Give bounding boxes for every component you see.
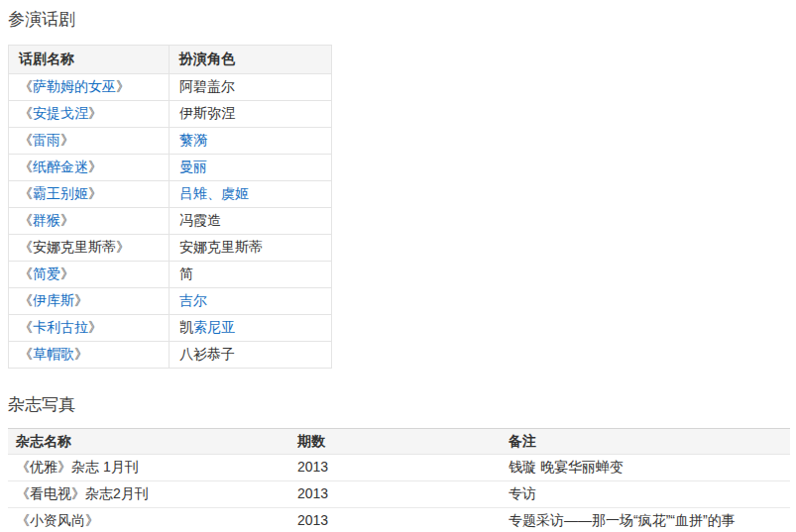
drama-title-link[interactable]: 伊库斯 bbox=[33, 292, 74, 308]
issue-cell: 2013 bbox=[289, 481, 501, 508]
role-cell: 曼丽 bbox=[170, 155, 332, 181]
book-title-mark-close: 》 bbox=[60, 212, 74, 228]
drama-title-link[interactable]: 纸醉金迷 bbox=[33, 159, 88, 174]
role-text: 阿碧盖尔 bbox=[179, 78, 235, 94]
book-title-mark-close: 》 bbox=[88, 319, 102, 335]
drama-name-cell: 《草帽歌》 bbox=[9, 342, 170, 369]
drama-title-link[interactable]: 霸王别姬 bbox=[33, 185, 88, 201]
drama-name-cell: 《简爱》 bbox=[9, 262, 170, 288]
book-title-mark-open: 《 bbox=[19, 292, 33, 308]
drama-title-link[interactable]: 安提戈涅 bbox=[33, 105, 88, 121]
column-header-role: 扮演角色 bbox=[170, 46, 332, 74]
drama-name-cell: 《卡利古拉》 bbox=[9, 315, 170, 342]
role-cell: 凯索尼亚 bbox=[170, 315, 332, 342]
table-row: 《卡利古拉》凯索尼亚 bbox=[9, 315, 332, 342]
role-text: 简 bbox=[179, 266, 193, 281]
role-text: 安娜克里斯蒂 bbox=[179, 239, 263, 255]
drama-name-cell: 《安娜克里斯蒂》 bbox=[9, 235, 170, 262]
column-header-note: 备注 bbox=[501, 429, 790, 455]
drama-name-cell: 《纸醉金迷》 bbox=[9, 155, 170, 181]
note-cell: 专题采访——那一场“疯花”“血拼”的事 bbox=[501, 508, 790, 532]
role-cell: 冯霞造 bbox=[170, 208, 332, 235]
drama-table: 话剧名称 扮演角色 《萨勒姆的女巫》阿碧盖尔《安提戈涅》伊斯弥涅《雷雨》蘩漪《纸… bbox=[8, 45, 332, 369]
role-link[interactable]: 蘩漪 bbox=[179, 132, 207, 148]
book-title-mark-close: 》 bbox=[74, 292, 88, 308]
drama-title-text: 安娜克里斯蒂 bbox=[33, 239, 116, 255]
table-row: 《草帽歌》八衫恭子 bbox=[9, 342, 332, 369]
role-cell: 安娜克里斯蒂 bbox=[170, 235, 332, 262]
column-header-drama-name: 话剧名称 bbox=[9, 46, 170, 74]
book-title-mark-close: 》 bbox=[116, 78, 130, 94]
role-cell: 简 bbox=[170, 262, 332, 288]
table-row: 《雷雨》蘩漪 bbox=[9, 128, 332, 155]
table-row: 《安提戈涅》伊斯弥涅 bbox=[9, 101, 332, 128]
table-header-row: 话剧名称 扮演角色 bbox=[9, 46, 332, 74]
book-title-mark-close: 》 bbox=[60, 132, 74, 148]
role-text: 八衫恭子 bbox=[179, 346, 235, 362]
book-title-mark-open: 《 bbox=[19, 159, 33, 174]
table-row: 《小资风尚》2013专题采访——那一场“疯花”“血拼”的事 bbox=[8, 508, 790, 532]
table-row: 《优雅》杂志 1月刊2013钱璇 晚宴华丽蝉变 bbox=[8, 455, 790, 481]
magazine-name-cell: 《小资风尚》 bbox=[8, 508, 289, 532]
magazine-name-cell: 《优雅》杂志 1月刊 bbox=[8, 455, 289, 481]
role-cell: 蘩漪 bbox=[170, 128, 332, 155]
magazine-name-cell: 《看电视》杂志2月刊 bbox=[8, 481, 289, 508]
role-text: 凯 bbox=[179, 319, 193, 335]
table-row: 《纸醉金迷》曼丽 bbox=[9, 155, 332, 181]
role-link[interactable]: 索尼亚 bbox=[193, 319, 235, 335]
role-text: 伊斯弥涅 bbox=[179, 105, 235, 121]
table-row: 《伊库斯》吉尔 bbox=[9, 288, 332, 315]
role-text: 冯霞造 bbox=[179, 212, 221, 228]
section-title-magazines: 杂志写真 bbox=[8, 395, 788, 415]
drama-title-link[interactable]: 群猴 bbox=[33, 212, 60, 228]
table-row: 《简爱》简 bbox=[9, 262, 332, 288]
book-title-mark-close: 》 bbox=[60, 266, 74, 281]
page-content: 参演话剧 话剧名称 扮演角色 《萨勒姆的女巫》阿碧盖尔《安提戈涅》伊斯弥涅《雷雨… bbox=[0, 0, 796, 532]
column-header-magazine-name: 杂志名称 bbox=[8, 429, 289, 455]
role-link[interactable]: 曼丽 bbox=[179, 159, 207, 174]
role-link[interactable]: 吕雉、虞姬 bbox=[179, 185, 249, 201]
table-row: 《看电视》杂志2月刊2013专访 bbox=[8, 481, 790, 508]
book-title-mark-close: 》 bbox=[88, 105, 102, 121]
drama-name-cell: 《群猴》 bbox=[9, 208, 170, 235]
book-title-mark-close: 》 bbox=[88, 159, 102, 174]
role-cell: 吕雉、虞姬 bbox=[170, 181, 332, 208]
column-header-issue: 期数 bbox=[289, 429, 501, 455]
issue-cell: 2013 bbox=[289, 455, 501, 481]
book-title-mark-close: 》 bbox=[74, 346, 88, 362]
role-cell: 阿碧盖尔 bbox=[170, 74, 332, 101]
drama-title-link[interactable]: 草帽歌 bbox=[33, 346, 74, 362]
book-title-mark-open: 《 bbox=[19, 132, 33, 148]
drama-title-link[interactable]: 雷雨 bbox=[33, 132, 60, 148]
magazine-table: 杂志名称 期数 备注 《优雅》杂志 1月刊2013钱璇 晚宴华丽蝉变《看电视》杂… bbox=[8, 428, 790, 532]
drama-name-cell: 《霸王别姬》 bbox=[9, 181, 170, 208]
drama-title-link[interactable]: 萨勒姆的女巫 bbox=[33, 78, 116, 94]
table-row: 《安娜克里斯蒂》安娜克里斯蒂 bbox=[9, 235, 332, 262]
role-link[interactable]: 吉尔 bbox=[179, 292, 207, 308]
table-row: 《霸王别姬》吕雉、虞姬 bbox=[9, 181, 332, 208]
role-cell: 伊斯弥涅 bbox=[170, 101, 332, 128]
book-title-mark-open: 《 bbox=[19, 185, 33, 201]
note-cell: 专访 bbox=[501, 481, 790, 508]
drama-name-cell: 《雷雨》 bbox=[9, 128, 170, 155]
book-title-mark-open: 《 bbox=[19, 319, 33, 335]
magazine-table-body: 《优雅》杂志 1月刊2013钱璇 晚宴华丽蝉变《看电视》杂志2月刊2013专访《… bbox=[8, 455, 790, 532]
role-cell: 吉尔 bbox=[170, 288, 332, 315]
drama-title-link[interactable]: 简爱 bbox=[33, 266, 60, 281]
issue-cell: 2013 bbox=[289, 508, 501, 532]
drama-title-link[interactable]: 卡利古拉 bbox=[33, 319, 88, 335]
book-title-mark-close: 》 bbox=[88, 185, 102, 201]
drama-name-cell: 《伊库斯》 bbox=[9, 288, 170, 315]
section-title-dramas: 参演话剧 bbox=[8, 10, 788, 30]
table-row: 《群猴》冯霞造 bbox=[9, 208, 332, 235]
book-title-mark-open: 《 bbox=[19, 105, 33, 121]
drama-name-cell: 《萨勒姆的女巫》 bbox=[9, 74, 170, 101]
drama-name-cell: 《安提戈涅》 bbox=[9, 101, 170, 128]
book-title-mark-open: 《 bbox=[19, 346, 33, 362]
table-header-row: 杂志名称 期数 备注 bbox=[8, 429, 790, 455]
book-title-mark-open: 《 bbox=[19, 78, 33, 94]
note-cell: 钱璇 晚宴华丽蝉变 bbox=[501, 455, 790, 481]
drama-table-body: 《萨勒姆的女巫》阿碧盖尔《安提戈涅》伊斯弥涅《雷雨》蘩漪《纸醉金迷》曼丽《霸王别… bbox=[9, 74, 332, 369]
book-title-mark-open: 《 bbox=[19, 266, 33, 281]
book-title-mark-open: 《 bbox=[19, 212, 33, 228]
